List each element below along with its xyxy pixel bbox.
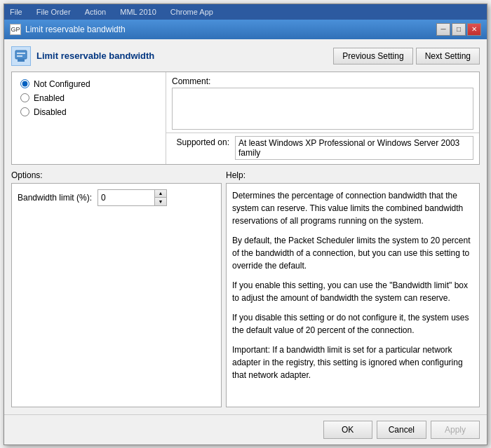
help-para-2: By default, the Packet Scheduler limits … [232, 234, 473, 272]
mid-section: Not Configured Enabled Disabled Comment:… [11, 72, 480, 165]
taskbar-action[interactable]: Action [85, 8, 107, 16]
policy-title: Limit reservable bandwidth [36, 50, 154, 61]
window-icon: GP [10, 24, 21, 35]
cancel-button[interactable]: Cancel [377, 421, 426, 439]
fake-taskbar: File File Order Action MML 2010 Chrome A… [4, 4, 487, 20]
radio-not-configured-label: Not Configured [34, 79, 90, 89]
help-para-5: Important: If a bandwidth limit is set f… [232, 344, 473, 381]
radio-disabled[interactable]: Disabled [20, 107, 157, 117]
maximize-button[interactable]: □ [452, 23, 466, 36]
options-panel: Options: Bandwidth limit (%): ▲ ▼ [11, 170, 222, 407]
taskbar-file-order[interactable]: File Order [36, 8, 71, 16]
close-button[interactable]: ✕ [467, 23, 481, 36]
radio-not-configured-input[interactable] [20, 79, 29, 88]
taskbar-chrome[interactable]: Chrome App [170, 8, 213, 16]
previous-setting-button[interactable]: Previous Setting [333, 48, 412, 65]
help-text-box[interactable]: Determines the percentage of connection … [226, 183, 480, 407]
svg-rect-3 [17, 55, 22, 57]
radio-enabled-label: Enabled [34, 93, 65, 103]
radio-enabled-input[interactable] [20, 93, 29, 102]
dialog-content: Limit reservable bandwidth Previous Sett… [4, 39, 487, 414]
svg-rect-2 [17, 53, 25, 54]
header-left: Limit reservable bandwidth [11, 46, 154, 66]
radio-enabled[interactable]: Enabled [20, 93, 157, 103]
help-panel: Help: Determines the percentage of conne… [226, 170, 480, 407]
bandwidth-label: Bandwidth limit (%): [18, 193, 92, 203]
help-para-4: If you disable this setting or do not co… [232, 311, 473, 337]
policy-icon [11, 46, 31, 66]
bandwidth-row: Bandwidth limit (%): ▲ ▼ [18, 189, 215, 206]
two-col-section: Options: Bandwidth limit (%): ▲ ▼ [11, 170, 480, 407]
help-para-1: Determines the percentage of connection … [232, 189, 473, 227]
apply-button[interactable]: Apply [431, 421, 480, 439]
supported-label: Supported on: [172, 136, 235, 147]
header-buttons: Previous Setting Next Setting [333, 48, 480, 65]
bottom-bar: OK Cancel Apply [4, 414, 487, 444]
spinner-buttons: ▲ ▼ [154, 190, 166, 205]
bandwidth-input[interactable] [98, 190, 154, 205]
svg-rect-1 [18, 59, 25, 62]
supported-value: At least Windows XP Professional or Wind… [235, 136, 473, 160]
spinner-down-button[interactable]: ▼ [155, 198, 166, 205]
minimize-button[interactable]: ─ [436, 23, 450, 36]
spinner-up-button[interactable]: ▲ [155, 190, 166, 198]
supported-row: Supported on: At least Windows XP Profes… [166, 133, 479, 164]
radio-panel: Not Configured Enabled Disabled [12, 72, 166, 164]
options-section-label: Options: [11, 170, 222, 180]
comment-label: Comment: [166, 72, 479, 88]
comment-panel: Comment: Supported on: At least Windows … [166, 72, 479, 164]
ok-button[interactable]: OK [323, 421, 372, 439]
main-window: File File Order Action MML 2010 Chrome A… [4, 4, 487, 445]
comment-textarea[interactable] [172, 88, 473, 130]
next-setting-button[interactable]: Next Setting [416, 48, 480, 65]
help-para-3: If you enable this setting, you can use … [232, 279, 473, 304]
bandwidth-spinner[interactable]: ▲ ▼ [97, 189, 167, 206]
radio-disabled-input[interactable] [20, 107, 29, 116]
radio-disabled-label: Disabled [34, 107, 67, 117]
help-section-label: Help: [226, 170, 480, 180]
taskbar-file[interactable]: File [10, 8, 22, 16]
options-box: Bandwidth limit (%): ▲ ▼ [11, 183, 222, 407]
svg-rect-0 [15, 50, 27, 59]
taskbar-mml[interactable]: MML 2010 [120, 8, 156, 16]
window-title: Limit reservable bandwidth [25, 25, 126, 34]
title-bar: GP Limit reservable bandwidth ─ □ ✕ [4, 20, 487, 39]
header-row: Limit reservable bandwidth Previous Sett… [11, 46, 480, 66]
help-text-content: Determines the percentage of connection … [232, 189, 473, 381]
window-controls: ─ □ ✕ [436, 23, 481, 36]
radio-not-configured[interactable]: Not Configured [20, 79, 157, 89]
